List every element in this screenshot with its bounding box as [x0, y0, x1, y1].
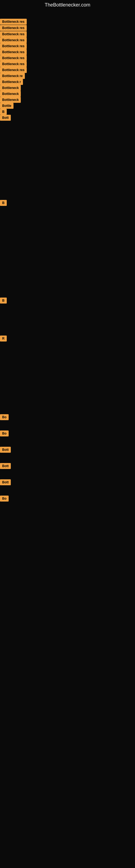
bottleneck-button-23[interactable]: Bott	[0, 447, 11, 453]
site-title: TheBottlenecker.com	[0, 0, 135, 10]
bottleneck-button-2[interactable]: Bottleneck res	[0, 25, 27, 31]
bottleneck-button-13[interactable]: Bottleneck	[0, 91, 21, 97]
bottleneck-button-20[interactable]: R	[0, 336, 7, 341]
bottleneck-button-10[interactable]: Bottleneck re	[0, 73, 25, 79]
bottleneck-button-14[interactable]: Bottleneck	[0, 97, 21, 103]
bottleneck-button-5[interactable]: Bottleneck res	[0, 43, 27, 49]
bottleneck-button-25[interactable]: Bott	[0, 479, 11, 485]
bottleneck-button-19[interactable]: B	[0, 298, 7, 304]
bottleneck-button-26[interactable]: Bo	[0, 496, 9, 501]
bottleneck-button-6[interactable]: Bottleneck res	[0, 49, 27, 55]
bottleneck-button-17[interactable]: Bott	[0, 115, 11, 121]
bottleneck-button-3[interactable]: Bottleneck res	[0, 31, 27, 37]
bottleneck-button-9[interactable]: Bottleneck res	[0, 67, 27, 73]
bottleneck-button-12[interactable]: Bottleneck	[0, 85, 21, 91]
bottleneck-button-24[interactable]: Bott	[0, 463, 11, 469]
bottleneck-button-8[interactable]: Bottleneck res	[0, 61, 27, 67]
bottleneck-button-21[interactable]: Bo	[0, 414, 9, 420]
bottleneck-button-11[interactable]: Bottleneck r	[0, 79, 23, 85]
bottleneck-button-15[interactable]: Bottle	[0, 103, 13, 109]
bottleneck-button-1[interactable]: Bottleneck res	[0, 19, 27, 25]
bottleneck-button-4[interactable]: Bottleneck res	[0, 37, 27, 43]
bottleneck-button-16[interactable]: B	[0, 109, 7, 115]
bottleneck-button-22[interactable]: Bo	[0, 431, 9, 436]
bottleneck-button-18[interactable]: B	[0, 200, 7, 206]
bottleneck-button-7[interactable]: Bottleneck res	[0, 55, 27, 61]
